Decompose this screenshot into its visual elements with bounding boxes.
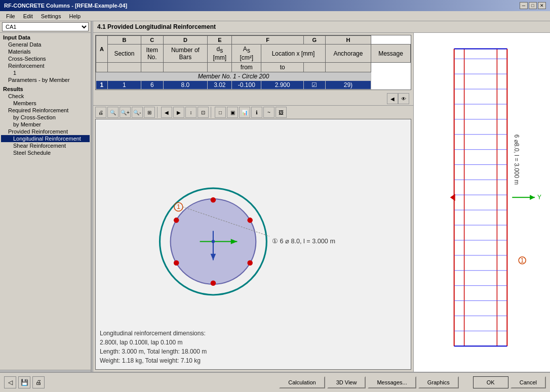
reinforcement-table: A B C D E F G H Section It	[96, 35, 411, 90]
header-item: ItemNo.	[141, 45, 163, 63]
tree-provided-reinforcement[interactable]: Provided Reinforcement	[1, 128, 90, 135]
tool-reset[interactable]: ⊡	[198, 107, 209, 118]
menu-edit[interactable]: Edit	[19, 13, 37, 19]
menu-settings[interactable]: Settings	[37, 13, 65, 19]
header-bars-sub	[141, 63, 163, 72]
ok-button[interactable]: OK	[473, 376, 508, 388]
graphics-area: 1 ① 6 ⌀ 8.0, l = 3.000 m Longitudinal re…	[95, 119, 411, 370]
tool-zoom-in[interactable]: 🔍+	[120, 107, 131, 118]
panel-resize-handle[interactable]	[0, 370, 91, 372]
tool-3d[interactable]: ▣	[227, 107, 238, 118]
maximize-button[interactable]: □	[529, 2, 537, 9]
col-a-header: A	[96, 36, 108, 63]
tree-steel-schedule[interactable]: Steel Schedule	[1, 149, 90, 156]
tool-chart[interactable]: 📊	[239, 107, 250, 118]
tool-print[interactable]: 🖨	[95, 107, 106, 118]
tree-by-member[interactable]: by Member	[1, 121, 90, 128]
info-line-2: 2.800l, lap 0.100ll, lap 0.100 m	[100, 338, 207, 347]
tool-wave[interactable]: ~	[263, 107, 274, 118]
rebar-4	[211, 281, 216, 286]
tree-panel: Input Data General Data Materials Cross-…	[0, 33, 91, 370]
window-controls[interactable]: ─ □ ✕	[520, 2, 546, 9]
info-line-3: Length: 3.000 m, Total length: 18.000 m	[100, 347, 207, 356]
rebar-3	[247, 260, 253, 266]
col-b-header: B	[107, 36, 141, 45]
tree-reinforcement-1[interactable]: 1	[1, 69, 90, 76]
cell-ds: 8.0	[163, 81, 208, 90]
main-container: CA1 Input Data General Data Materials Cr…	[0, 21, 550, 372]
cell-section[interactable]: 1	[96, 81, 108, 90]
tree-shear-reinforcement[interactable]: Shear Reinforcement	[1, 142, 90, 149]
info-line-1: Longitudinal reinforcement dimensions:	[100, 329, 207, 338]
tree-parameters-by-member[interactable]: Parameters - by Member	[1, 76, 90, 83]
col-d-header: D	[163, 36, 208, 45]
col-h-header: H	[325, 36, 371, 45]
graphics-button[interactable]: Graphics	[418, 376, 459, 388]
close-button[interactable]: ✕	[538, 2, 546, 9]
tree-longitudinal-reinforcement[interactable]: Longitudinal Reinforcement	[1, 135, 90, 142]
tree-reinforcement[interactable]: Reinforcement	[1, 62, 90, 69]
tool-zoom-window[interactable]: 🔍	[107, 107, 119, 118]
tool-section-view[interactable]: □	[215, 107, 226, 118]
rebar-1	[211, 197, 216, 203]
header-as: As[cm²]	[232, 45, 261, 63]
3d-view-button[interactable]: 3D View	[327, 376, 366, 388]
tree-check[interactable]: Check	[1, 93, 90, 100]
tree-cross-sections[interactable]: Cross-Sections	[1, 55, 90, 62]
nav-print[interactable]: 🖨	[32, 376, 45, 388]
tool-next-member[interactable]: ▶	[173, 107, 184, 118]
tool-zoom-out[interactable]: 🔍-	[132, 107, 143, 118]
tree-by-cross-section[interactable]: by Cross-Section	[1, 114, 90, 121]
column-elevation-svg: Y 6 ⌀8.0, l = 3.000 m 1	[414, 33, 550, 372]
rebar-2	[247, 217, 253, 223]
tool-prev-member[interactable]: ◀	[161, 107, 172, 118]
dim-annotation: 6 ⌀8.0, l = 3.000 m	[513, 135, 520, 185]
bottom-bar: ◁ 💾 🖨 Calculation 3D View Messages... Gr…	[0, 372, 550, 392]
cell-loc-from: -0.100	[232, 81, 261, 90]
cell-as: 3.02	[208, 81, 232, 90]
left-panel: CA1 Input Data General Data Materials Cr…	[0, 21, 91, 372]
nav-back[interactable]: ◁	[4, 376, 16, 388]
calculation-button[interactable]: Calculation	[279, 376, 325, 388]
tree-input-data[interactable]: Input Data	[1, 34, 90, 41]
cancel-button[interactable]: Cancel	[510, 376, 546, 388]
cell-anchorage: ☑	[303, 81, 325, 90]
col-f-header: F	[232, 36, 304, 45]
toolbar-sep-1	[157, 107, 159, 118]
menu-help[interactable]: Help	[65, 13, 85, 19]
tree-members[interactable]: Members	[1, 100, 90, 107]
content-title: 4.1 Provided Longitudinal Reinforcement	[93, 21, 550, 33]
col-c-header: C	[141, 36, 163, 45]
tree-results[interactable]: Results	[1, 85, 90, 93]
messages-button[interactable]: Messages...	[368, 376, 416, 388]
bg	[414, 33, 550, 372]
minimize-button[interactable]: ─	[520, 2, 528, 9]
y-label: Y	[537, 194, 541, 201]
tool-image[interactable]: 🖼	[276, 107, 287, 118]
nav-save[interactable]: 💾	[18, 376, 30, 388]
header-message: Message	[371, 45, 411, 63]
table-tool-2[interactable]: 👁	[398, 93, 409, 104]
header-section-sub	[96, 63, 108, 72]
tool-info[interactable]: ℹ	[251, 107, 262, 118]
right-graphics-panel: Y 6 ⌀8.0, l = 3.000 m 1	[413, 33, 550, 372]
tree-required-reinforcement[interactable]: Required Reinforcement	[1, 107, 90, 114]
table-tool-1[interactable]: ◀	[387, 93, 398, 104]
rebar-5	[174, 260, 179, 266]
header-loc-to: to	[261, 63, 304, 72]
tree-general-data[interactable]: General Data	[1, 41, 90, 48]
header-as-sub	[208, 63, 232, 72]
ca-dropdown[interactable]: CA1	[2, 22, 89, 31]
tree-materials[interactable]: Materials	[1, 48, 90, 55]
header-item-sub	[107, 63, 141, 72]
spacer	[461, 376, 471, 388]
cell-message: 29)	[325, 81, 371, 90]
menu-file[interactable]: File	[2, 13, 19, 19]
info-text: Longitudinal reinforcement dimensions: 2…	[100, 329, 207, 365]
header-ds-sub	[163, 63, 208, 72]
header-loc-from: from	[232, 63, 261, 72]
rbar-label-1: 1	[521, 257, 524, 264]
header-section: Section	[107, 45, 141, 63]
tool-resize[interactable]: ↕	[185, 107, 197, 118]
tool-grid[interactable]: ⊞	[144, 107, 155, 118]
